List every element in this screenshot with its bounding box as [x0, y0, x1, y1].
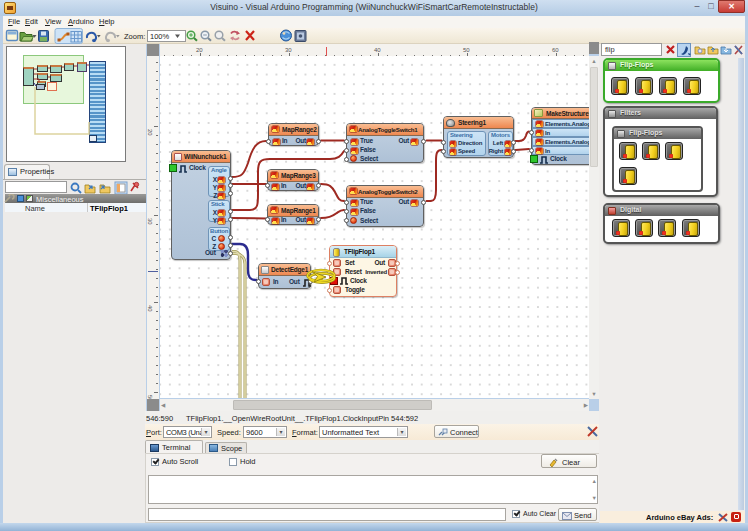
svg-text:20: 20 — [147, 129, 153, 136]
svg-text:50: 50 — [463, 47, 470, 53]
svg-text:100%: 100% — [150, 32, 170, 41]
svg-text:30: 30 — [147, 218, 153, 225]
svg-text:30: 30 — [285, 47, 292, 53]
svg-text:60: 60 — [552, 47, 559, 53]
svg-text:20: 20 — [196, 47, 203, 53]
svg-text:Zoom:: Zoom: — [124, 32, 145, 41]
svg-text:40: 40 — [147, 305, 153, 312]
svg-text:40: 40 — [374, 47, 381, 53]
